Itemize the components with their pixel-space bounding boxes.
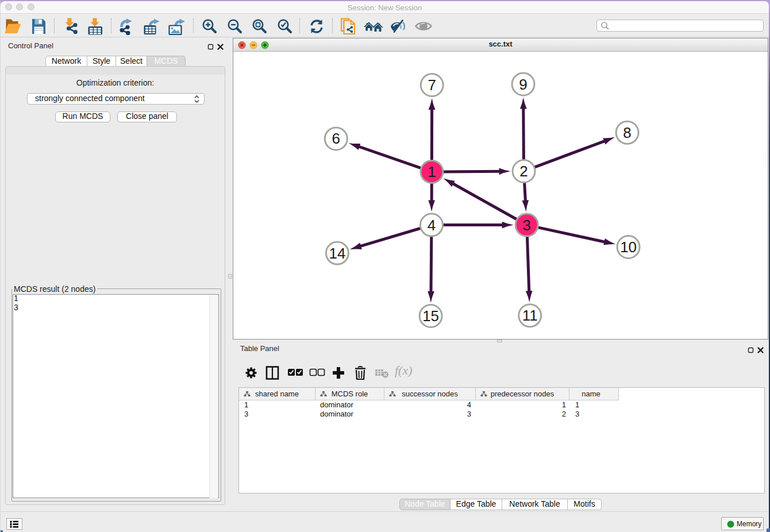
svg-text:11: 11 <box>522 307 538 324</box>
svg-text:2: 2 <box>519 163 528 180</box>
svg-text:3: 3 <box>522 217 530 234</box>
svg-text:4: 4 <box>428 217 436 234</box>
svg-text:1: 1 <box>428 163 436 180</box>
svg-text:9: 9 <box>519 76 527 93</box>
svg-text:6: 6 <box>332 130 340 147</box>
svg-text:8: 8 <box>623 124 631 141</box>
svg-text:14: 14 <box>329 245 345 262</box>
svg-text:7: 7 <box>428 76 436 94</box>
svg-text:15: 15 <box>422 307 439 325</box>
svg-text:10: 10 <box>620 238 637 256</box>
